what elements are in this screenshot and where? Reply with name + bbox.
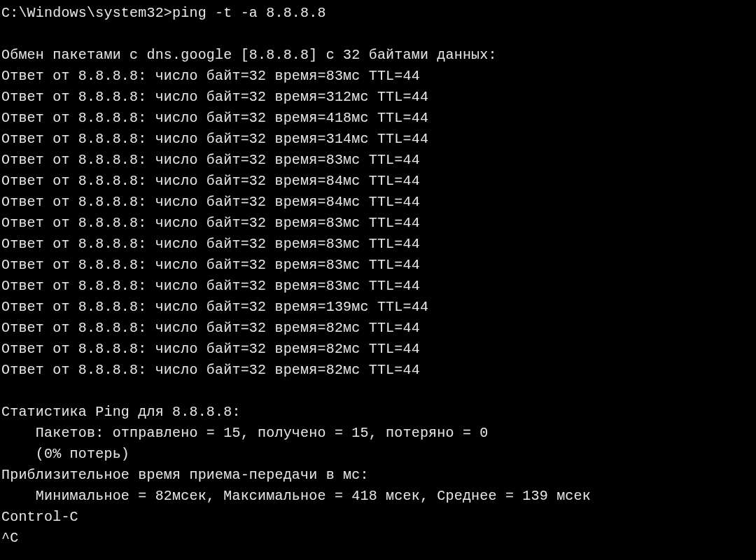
reply-line: Ответ от 8.8.8.8: число байт=32 время=84… bbox=[1, 173, 420, 189]
exchange-header: Обмен пакетами с dns.google [8.8.8.8] с … bbox=[1, 47, 497, 63]
interrupt-name: Control-C bbox=[1, 509, 78, 525]
prompt-command: ping -t -a 8.8.8.8 bbox=[172, 5, 326, 21]
reply-line: Ответ от 8.8.8.8: число байт=32 время=41… bbox=[1, 110, 428, 126]
prompt-path: C:\Windows\system32> bbox=[1, 5, 172, 21]
reply-line: Ответ от 8.8.8.8: число байт=32 время=82… bbox=[1, 341, 420, 357]
reply-line: Ответ от 8.8.8.8: число байт=32 время=83… bbox=[1, 257, 420, 273]
stats-header: Статистика Ping для 8.8.8.8: bbox=[1, 404, 241, 420]
terminal-output[interactable]: C:\Windows\system32>ping -t -a 8.8.8.8 О… bbox=[0, 0, 756, 552]
interrupt-caret: ^C bbox=[1, 530, 18, 546]
reply-line: Ответ от 8.8.8.8: число байт=32 время=84… bbox=[1, 194, 420, 210]
reply-line: Ответ от 8.8.8.8: число байт=32 время=31… bbox=[1, 131, 428, 147]
reply-line: Ответ от 8.8.8.8: число байт=32 время=82… bbox=[1, 362, 420, 378]
reply-line: Ответ от 8.8.8.8: число байт=32 время=83… bbox=[1, 68, 420, 84]
reply-line: Ответ от 8.8.8.8: число байт=32 время=82… bbox=[1, 320, 420, 336]
reply-line: Ответ от 8.8.8.8: число байт=32 время=31… bbox=[1, 89, 428, 105]
stats-rtt-values: Минимальное = 82мсек, Максимальное = 418… bbox=[1, 488, 591, 504]
reply-line: Ответ от 8.8.8.8: число байт=32 время=83… bbox=[1, 278, 420, 294]
prompt-line: C:\Windows\system32>ping -t -a 8.8.8.8 bbox=[1, 5, 326, 21]
reply-line: Ответ от 8.8.8.8: число байт=32 время=83… bbox=[1, 215, 420, 231]
stats-loss: (0% потерь) bbox=[1, 446, 130, 462]
stats-rtt-header: Приблизительное время приема-передачи в … bbox=[1, 467, 369, 483]
reply-line: Ответ от 8.8.8.8: число байт=32 время=13… bbox=[1, 299, 428, 315]
stats-packets: Пакетов: отправлено = 15, получено = 15,… bbox=[1, 425, 489, 441]
reply-line: Ответ от 8.8.8.8: число байт=32 время=83… bbox=[1, 236, 420, 252]
reply-line: Ответ от 8.8.8.8: число байт=32 время=83… bbox=[1, 152, 420, 168]
